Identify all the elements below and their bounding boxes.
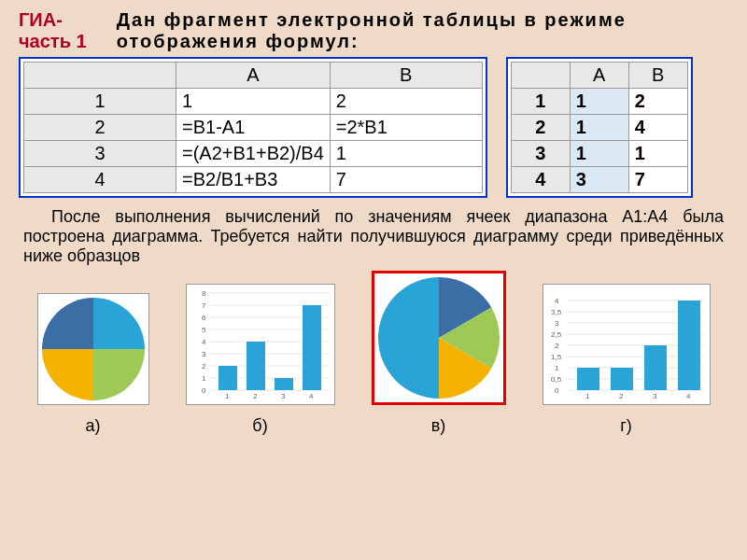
svg-rect-45 — [611, 368, 633, 390]
chart-v[interactable] — [372, 271, 506, 405]
svg-text:2,5: 2,5 — [551, 330, 562, 339]
option-label-g: г) — [543, 416, 711, 436]
cell: =(A2+B1+B2)/B4 — [176, 141, 331, 167]
svg-rect-46 — [644, 345, 667, 390]
col-b: B — [330, 63, 482, 89]
cell: 4 — [628, 115, 687, 141]
option-label-v: в) — [372, 416, 506, 436]
cell: 2 — [628, 89, 687, 115]
header-blank — [24, 63, 176, 89]
bar-chart-icon: 0 0,5 1 1,5 2 2,5 3 3,5 4 — [547, 288, 706, 400]
svg-text:4: 4 — [555, 297, 559, 305]
row-label: 2 — [511, 115, 570, 141]
row-label: 3 — [24, 141, 176, 167]
option-label-b: б) — [186, 416, 335, 436]
svg-text:2: 2 — [253, 392, 258, 400]
svg-text:0,5: 0,5 — [551, 375, 562, 384]
cell: 7 — [330, 167, 482, 193]
svg-text:4: 4 — [202, 338, 206, 346]
svg-text:1: 1 — [555, 364, 559, 372]
svg-text:4: 4 — [309, 392, 314, 400]
cell: 1 — [628, 141, 687, 167]
svg-rect-44 — [577, 368, 599, 390]
pie-chart-icon — [378, 277, 500, 399]
svg-text:3: 3 — [555, 319, 559, 328]
cell: 1 — [570, 141, 628, 167]
option-label-a: а) — [37, 416, 149, 436]
row-label: 2 — [24, 115, 176, 141]
col-a: A — [176, 63, 331, 89]
svg-text:1: 1 — [202, 374, 206, 383]
row-label: 1 — [24, 89, 176, 115]
svg-text:0: 0 — [555, 386, 559, 395]
row-label: 4 — [24, 167, 176, 193]
svg-rect-21 — [303, 305, 321, 390]
row-label: 3 — [511, 141, 570, 167]
svg-text:6: 6 — [202, 314, 206, 322]
header-blank — [511, 63, 570, 89]
spreadsheet-values: A B 1 1 2 2 1 4 3 1 1 4 3 7 — [506, 57, 693, 198]
cell: 2 — [330, 89, 482, 115]
svg-text:1,5: 1,5 — [551, 353, 562, 361]
svg-text:2: 2 — [555, 342, 559, 350]
row-label: 4 — [511, 167, 570, 193]
svg-text:3: 3 — [281, 392, 286, 400]
svg-text:3: 3 — [653, 392, 657, 400]
svg-text:4: 4 — [686, 392, 691, 400]
svg-rect-18 — [218, 366, 237, 390]
svg-text:1: 1 — [585, 392, 590, 400]
cell: 1 — [330, 141, 482, 167]
chart-b[interactable]: 0 1 2 3 4 5 6 7 8 — [186, 284, 335, 405]
svg-text:7: 7 — [202, 301, 206, 310]
gia-label: ГИА- часть 1 — [19, 9, 117, 52]
cell: 7 — [628, 167, 687, 193]
svg-rect-19 — [247, 342, 265, 390]
col-a: A — [570, 63, 628, 89]
cell: 1 — [176, 89, 331, 115]
task-paragraph: После выполнения вычислений по значениям… — [0, 198, 747, 271]
svg-text:3,5: 3,5 — [551, 308, 562, 316]
page-title: Дан фрагмент электронной таблицы в режим… — [117, 9, 728, 52]
cell: =2*B1 — [330, 115, 482, 141]
col-b: B — [628, 63, 687, 89]
cell: =B1-A1 — [176, 115, 331, 141]
bar-chart-icon: 0 1 2 3 4 5 6 7 8 — [190, 288, 331, 400]
svg-text:2: 2 — [202, 362, 206, 371]
svg-text:2: 2 — [619, 392, 624, 400]
chart-a[interactable] — [37, 293, 149, 405]
svg-text:3: 3 — [202, 350, 206, 358]
svg-rect-47 — [678, 301, 700, 390]
svg-rect-20 — [275, 378, 293, 390]
cell: 1 — [570, 89, 628, 115]
svg-text:0: 0 — [202, 386, 206, 395]
cell: 1 — [570, 115, 628, 141]
cell: =B2/B1+B3 — [176, 167, 331, 193]
spreadsheet-formulas: A B 1 1 2 2 =B1-A1 =2*B1 3 =(A2+B1+B2)/B… — [19, 57, 487, 198]
svg-text:5: 5 — [202, 326, 206, 334]
chart-g[interactable]: 0 0,5 1 1,5 2 2,5 3 3,5 4 — [543, 284, 711, 405]
cell: 3 — [570, 167, 628, 193]
svg-text:8: 8 — [202, 289, 206, 298]
row-label: 1 — [511, 89, 570, 115]
svg-text:1: 1 — [225, 392, 230, 400]
pie-chart-icon — [42, 298, 145, 400]
